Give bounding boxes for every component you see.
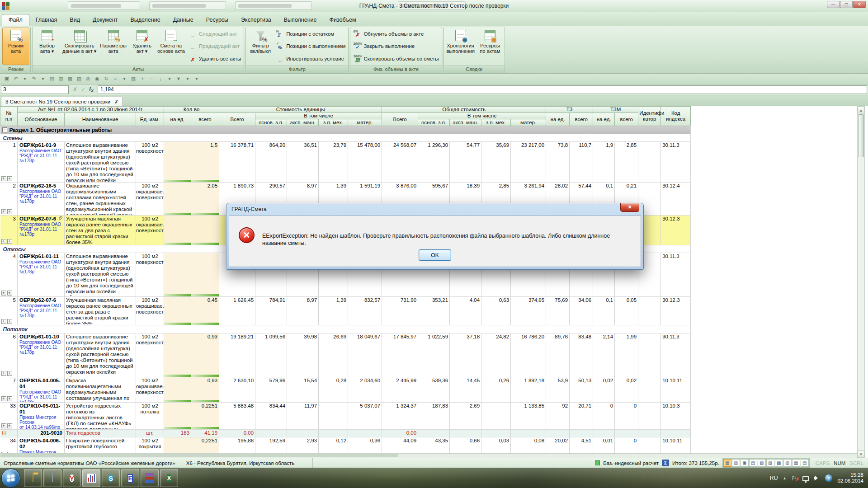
redo-menu-icon[interactable]: ▾ [39, 75, 47, 83]
volume-icon[interactable] [814, 475, 820, 481]
estimate-row[interactable]: 5++ОЕРЖр62-07-6Распоряжение ОАО "РЖД" от… [0, 297, 691, 325]
positions-remainder-button[interactable]: %ΣПозиции с остатком [276, 29, 345, 38]
collapse-icon[interactable]: − [2, 127, 7, 132]
save-icon[interactable]: ▣ [3, 75, 11, 83]
list-menu-icon[interactable]: ▾ [120, 75, 128, 83]
ribbon-tab[interactable]: Документ [86, 14, 124, 26]
analysis-view-icon[interactable]: ▩ [775, 459, 783, 467]
act-select-button[interactable]: ▪Выбор акта ▾ [33, 28, 61, 65]
resource-view-icon[interactable]: ▧ [758, 459, 766, 467]
formula-value-field[interactable]: 1,194 [98, 85, 867, 94]
np-view-icon[interactable]: ▨ [766, 459, 774, 467]
e-document-taskbar-button[interactable]: Е [121, 469, 139, 487]
chronology-button[interactable]: ◉Хронология выполнения [445, 28, 476, 65]
estimate-row[interactable]: 33++ОЕРЖ10-05-011-01Приказ Минстроя Росс… [0, 403, 691, 430]
redo-icon[interactable]: ↷ [30, 75, 38, 83]
row-expand-boxes[interactable]: ++ [1, 396, 12, 401]
sort-menu-icon[interactable]: ▾ [165, 75, 174, 83]
add-position-icon[interactable]: ▤ [48, 75, 56, 83]
ruler-view-icon[interactable]: ▤ [801, 459, 809, 467]
scroll-down-icon[interactable]: ▼ [858, 450, 864, 457]
row-expand-boxes[interactable]: ++ [1, 371, 12, 376]
ribbon-tab[interactable]: Ресурсы [200, 14, 235, 26]
subsection-row[interactable]: Стены [0, 134, 691, 142]
network-icon[interactable] [802, 476, 809, 481]
graph-view-icon[interactable]: ▦ [792, 459, 800, 467]
filter-menu-icon[interactable]: ▾ [184, 75, 192, 83]
document-tab-close-icon[interactable]: ✗ [114, 99, 118, 104]
section-row[interactable]: −Раздел 1. Общестроительные работы [0, 126, 691, 134]
show-hidden-icons-icon[interactable]: ▲ [783, 476, 787, 480]
act-mode-button[interactable]: %Режим акта [2, 28, 29, 65]
estimate-row[interactable]: 7++ОЕРЖ15-04-005-04Распоряжение ОАО "РЖД… [0, 377, 691, 403]
grand-smeta-taskbar-button[interactable] [82, 469, 100, 487]
maximize-button[interactable]: ▢ [840, 1, 853, 8]
act-params-button[interactable]: %Параметры акта [98, 28, 128, 65]
sort-icon[interactable]: ↓ [156, 75, 165, 83]
delete-act-button[interactable]: ✗Удалить акт ▾ [128, 28, 156, 65]
function-icon[interactable]: fx [89, 86, 94, 93]
positions-with-execution-button[interactable]: ✓%Позиции с выполнением [276, 42, 345, 51]
resource-row[interactable]: Н201-9010Тяга подвесовшт.18341,190,000,0… [0, 430, 691, 437]
invert-condition-button[interactable]: ↔Инвертировать условие [276, 54, 345, 64]
copy-data-to-act-button[interactable]: Скопировать данные в акт ▾ [61, 28, 98, 65]
copy-icon[interactable]: ▥ [57, 75, 65, 83]
collapse-all-icon[interactable]: − [147, 75, 156, 83]
browser-tray-icon[interactable]: e [825, 474, 832, 482]
ok-button[interactable]: OK [419, 249, 451, 261]
copy-volumes-button[interactable]: 100%▤Скопировать объемы со сметы [353, 54, 439, 64]
scroll-up-icon[interactable]: ▲ [858, 107, 864, 113]
prev-act-button[interactable]: ←Предыдущий акт [189, 42, 241, 51]
paste-icon[interactable]: ▦ [66, 75, 74, 83]
dialog-close-button[interactable]: ✕ [620, 203, 639, 212]
undo-icon[interactable]: ↶ [12, 75, 20, 83]
row-expand-boxes[interactable]: ++ [1, 291, 12, 296]
skype-taskbar-button[interactable]: S [102, 469, 120, 487]
scrollbar-thumb[interactable] [858, 114, 864, 157]
expand-all-icon[interactable]: + [138, 75, 146, 83]
row-expand-boxes[interactable]: ++ [1, 319, 12, 324]
ribbon-tab[interactable]: Данные [167, 14, 200, 26]
yandex-browser-taskbar-button[interactable]: Y [63, 469, 81, 487]
toolbar-more-icon[interactable]: ▾ [193, 75, 201, 83]
tsn-view-icon[interactable]: ▤ [749, 459, 757, 467]
language-indicator[interactable]: RU [769, 475, 778, 481]
flag-view-icon[interactable]: ▣ [741, 459, 749, 467]
columns-icon[interactable]: ▥ [129, 75, 137, 83]
search-icon[interactable]: ◎ [84, 75, 92, 83]
filter-icon[interactable]: ▼ [175, 75, 183, 83]
calculator-taskbar-button[interactable] [43, 469, 61, 487]
winrar-taskbar-button[interactable] [141, 469, 159, 487]
resources-by-acts-button[interactable]: ▣Ресурсы по актам [476, 28, 504, 65]
document-tab[interactable]: 3 Смета пост No.19 Сектор после проверки… [1, 97, 123, 106]
row-expand-boxes[interactable]: ++ [1, 239, 12, 244]
explorer-taskbar-button[interactable] [24, 469, 42, 487]
ribbon-tab[interactable]: Экспертиза [235, 14, 278, 26]
estimate-from-act-button[interactable]: →Смета на основе акта [156, 28, 187, 65]
taskbar-clock[interactable]: 15:28 02.06.2014 [837, 472, 863, 484]
horizontal-scrollbar[interactable] [0, 453, 857, 458]
delete-all-acts-button[interactable]: ✗Удалить все акты [189, 54, 241, 64]
zero-volumes-button[interactable]: 0%✗Обнулить объемы в акте [353, 29, 439, 38]
undo-menu-icon[interactable]: ▾ [21, 75, 29, 83]
minimize-button[interactable]: — [827, 1, 840, 8]
row-expand-boxes[interactable]: ++ [1, 176, 12, 181]
ribbon-tab[interactable]: Главная [29, 14, 64, 26]
estimate-row[interactable]: 6++ОЕРЖр61-01-10Распоряжение ОАО "РЖД" о… [0, 333, 691, 377]
ribbon-tab[interactable]: Файл [2, 14, 29, 26]
ribbon-tab[interactable]: Вид [63, 14, 86, 26]
refresh-icon[interactable]: ↻ [102, 75, 110, 83]
binoculars-icon[interactable]: ◉ [93, 75, 101, 83]
estimate-row[interactable]: 1++ОЕРЖр61-01-9Распоряжение ОАО "РЖД" от… [0, 142, 691, 183]
estimate-row[interactable]: 34++ОЕРЖ15-04-006-02Приказ Минстроя Росс… [0, 437, 691, 454]
vertical-scrollbar[interactable]: ▲ ▼ [857, 106, 865, 458]
action-center-icon[interactable]: ⚐✗ [791, 475, 797, 482]
row-expand-boxes[interactable]: ++ [1, 423, 12, 428]
row-expand-boxes[interactable]: ++ [1, 209, 12, 214]
ribbon-tab[interactable]: Физобъем [323, 14, 363, 26]
list-icon[interactable]: ≡ [111, 75, 119, 83]
filter-toggle-button[interactable]: %Фильтр вкл/выкл [247, 28, 274, 65]
delete-position-icon[interactable]: ▧ [75, 75, 83, 83]
excel-taskbar-button[interactable]: X [160, 469, 178, 487]
subsection-row[interactable]: Потолок [0, 325, 691, 333]
